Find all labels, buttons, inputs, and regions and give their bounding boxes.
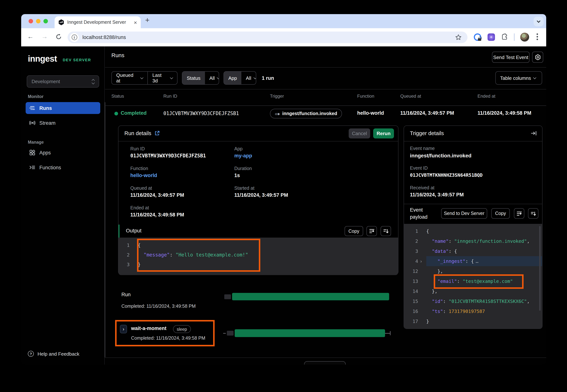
received-at-label: Received at [410,185,434,190]
event-name-value: inngest/function.invoked [410,153,471,158]
divider [404,141,542,141]
divider [404,204,542,204]
app-filter-value[interactable]: All [241,72,256,84]
lock-icon [478,38,481,41]
output-copy-button[interactable]: Copy [345,226,363,236]
new-tab-button[interactable]: + [145,16,149,25]
column-header-function[interactable]: Function [357,94,374,99]
rerun-button[interactable]: Rerun [373,128,394,139]
started-at-value: 11/16/2024, 3:49:57 PM [234,192,288,198]
manage-section-label: Manage [28,140,44,144]
function-link[interactable]: hello-world [130,173,157,178]
traffic-light-minimize-button[interactable] [36,19,41,23]
row-run-id[interactable]: 01JCVBTMV3WXY9D3CFDEJFZSB1 [163,111,239,116]
send-to-dev-server-button[interactable]: Send to Dev Server [441,208,487,219]
sidebar-item-runs[interactable]: Runs [26,102,100,114]
status-filter[interactable]: Status All [182,71,219,85]
column-header-status[interactable]: Status [111,94,124,99]
expand-json-chevron-icon[interactable]: › [418,259,424,264]
purple-extension-icon[interactable] [488,33,495,41]
status-filter-value[interactable]: All [205,72,219,84]
browser-window: Inngest Development Server × + ← → i loc… [21,14,546,364]
profile-avatar[interactable] [520,33,529,42]
chevron-down-icon [537,19,540,23]
step-expand-button[interactable]: › [120,325,127,333]
run-duration-bar[interactable] [232,293,389,300]
code-line: 15 "id": "01JCVBTMTKR41S8STTKEXSKX6C", [404,296,542,306]
step-completed: Completed: 11/16/2024, 3:49:58 PM [131,336,205,341]
inngest-dev-server-app: inngest DEV SERVER Development Monitor R… [21,46,546,364]
timeline-run-label: Run [121,292,131,297]
column-header-trigger[interactable]: Trigger [270,94,284,99]
help-label: Help and Feedback [38,351,79,357]
password-manager-extension-icon[interactable] [474,33,481,41]
chevron-down-icon [170,76,173,79]
sidebar-item-functions[interactable]: Functions [26,161,100,173]
cancel-button[interactable]: Cancel [349,128,370,139]
sidebar-item-label: Apps [39,150,51,155]
chevron-up-down-icon [92,79,94,84]
word-wrap-icon [369,228,374,234]
browser-menu-button[interactable] [537,33,538,41]
time-range-dropdown[interactable]: Last 3d [148,72,177,84]
column-header-run-id[interactable]: Run ID [163,94,177,99]
queued-at-label: Queued at [130,186,152,191]
app-link[interactable]: my-app [234,153,252,158]
pull-down-icon [383,228,389,234]
help-and-feedback[interactable]: ? Help and Feedback [28,351,79,357]
payload-wrap-button[interactable] [514,208,524,219]
traffic-light-close-button[interactable] [28,19,33,23]
table-columns-dropdown[interactable]: Table columns [495,71,542,85]
run-id-label: Run ID [130,146,145,152]
sidebar: inngest DEV SERVER Development Monitor R… [21,46,105,364]
code-line-collapsed[interactable]: 4 › "_inngest": {… [404,256,542,266]
url-text[interactable]: localhost:8288/runs [83,35,126,40]
run-count: 1 run [262,71,274,85]
extensions-puzzle-button[interactable] [501,33,508,42]
chevron-right-icon: › [123,326,124,332]
forward-button[interactable]: → [41,33,49,41]
code-line: 17 } [404,316,542,326]
payload-expand-button[interactable] [528,208,539,219]
output-expand-button[interactable] [381,226,391,236]
load-more-button-partial[interactable] [304,361,346,364]
annotation-box-output [137,239,260,272]
collapse-panel-button[interactable] [531,131,537,137]
sidebar-item-label: Stream [39,120,56,126]
row-queued-at: 11/16/2024, 3:49:57 PM [400,110,454,116]
status-filter-label: Status [182,72,205,84]
sidebar-item-apps[interactable]: Apps [26,147,100,158]
send-test-event-button[interactable]: Send Test Event [492,52,529,63]
environment-selector[interactable]: Development [27,75,99,88]
bookmark-star-button[interactable] [455,34,462,42]
browser-toolbar: ← → i localhost:8288/runs [21,28,546,46]
app-filter[interactable]: App All [224,71,256,85]
annotation-box-email [434,274,524,289]
time-field-dropdown[interactable]: Queued at [112,72,148,84]
site-info-button[interactable]: i [70,33,79,42]
tab-search-button[interactable] [534,17,544,26]
column-header-queued-at[interactable]: Queued at [400,94,421,99]
main-scrollbar[interactable] [104,102,105,357]
back-button[interactable]: ← [26,33,35,41]
output-wrap-button[interactable] [367,226,377,236]
time-filter[interactable]: Queued at Last 3d [111,71,177,85]
browser-tab[interactable]: Inngest Development Server × [55,16,141,28]
settings-button[interactable] [532,52,543,63]
tab-close-icon[interactable]: × [134,19,137,25]
address-bar[interactable]: i localhost:8288/runs [68,31,468,43]
payload-scrollbar[interactable] [539,226,541,311]
output-title: Output [126,227,142,234]
row-trigger-badge[interactable]: «● inngest/function.invoked [270,109,342,118]
step-timeline-tick [390,331,391,335]
puzzle-icon [501,33,508,41]
sidebar-item-stream[interactable]: Stream [26,117,100,129]
payload-copy-button[interactable]: Copy [491,208,510,219]
external-link-icon[interactable] [154,131,159,136]
received-at-value: 11/16/2024, 3:49:57 PM [410,192,464,197]
divider [105,105,546,106]
traffic-light-zoom-button[interactable] [43,19,48,23]
column-header-ended-at[interactable]: Ended at [478,94,495,99]
step-duration-bar[interactable] [235,329,385,337]
reload-button[interactable] [55,34,63,42]
